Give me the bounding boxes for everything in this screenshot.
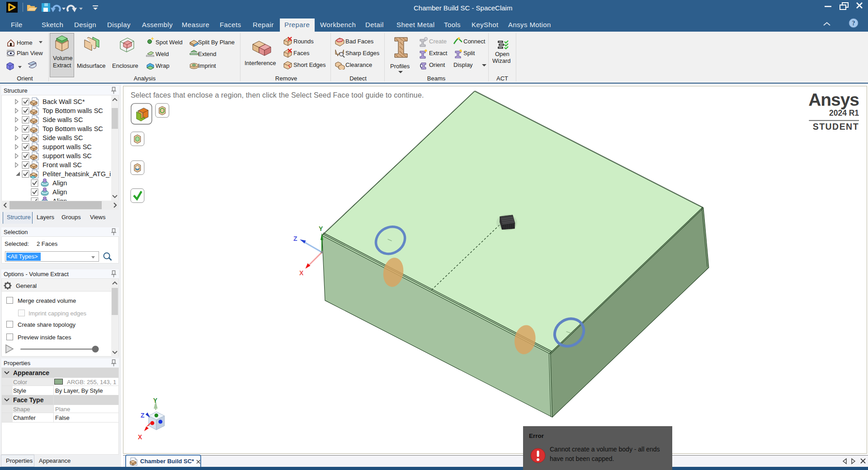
svg-text:Align: Align xyxy=(52,179,67,187)
svg-text:Y: Y xyxy=(153,397,158,404)
svg-text:support walls SC: support walls SC xyxy=(42,152,92,160)
svg-text:Top Bottom walls SC: Top Bottom walls SC xyxy=(42,107,103,114)
svg-text:Z: Z xyxy=(141,412,145,419)
svg-text:Align: Align xyxy=(52,197,67,201)
svg-text:support walls SC: support walls SC xyxy=(42,143,92,150)
svg-text:X: X xyxy=(299,269,304,277)
svg-text:Select faces that enclose a re: Select faces that enclose a region, then… xyxy=(131,91,424,99)
svg-text:Back Wall SC*: Back Wall SC* xyxy=(42,98,85,105)
svg-text:X: X xyxy=(138,433,142,441)
svg-text:Side walls SC: Side walls SC xyxy=(42,116,83,123)
svg-text:?: ? xyxy=(852,20,855,27)
svg-text:2024 R1: 2024 R1 xyxy=(829,108,859,118)
svg-text:Ansys: Ansys xyxy=(808,90,859,109)
svg-text:Z: Z xyxy=(293,235,297,242)
svg-text:Y: Y xyxy=(319,225,323,232)
svg-text:Front wall SC: Front wall SC xyxy=(42,161,82,169)
svg-text:Side walls SC: Side walls SC xyxy=(42,134,83,141)
svg-text:Align: Align xyxy=(52,188,67,196)
svg-text:Top Bottom walls SC: Top Bottom walls SC xyxy=(42,125,103,132)
svg-text:Peliter_heatsink_ATG_i: Peliter_heatsink_ATG_i xyxy=(42,170,111,178)
svg-text:STUDENT: STUDENT xyxy=(813,122,859,132)
